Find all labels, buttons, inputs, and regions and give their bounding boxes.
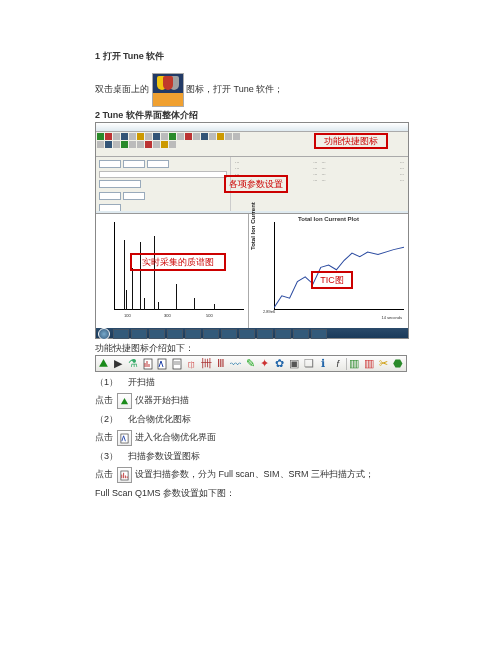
report-icon: ❏ xyxy=(302,357,316,371)
optimize-inline-icon xyxy=(117,430,132,446)
calibrate-icon: ⎅ xyxy=(185,357,199,371)
spectrum-icon: Ⅲ xyxy=(214,357,228,371)
tic-ylabel: Total Ion Current xyxy=(250,202,256,250)
play-icon xyxy=(97,357,111,371)
start-orb-icon xyxy=(98,328,110,340)
item-2-label: 化合物优化图标 xyxy=(128,414,191,424)
toolbar-strip-screenshot: ▶ ⚗ ⎅ 卌 Ⅲ 〰 ✎ ✦ ✿ ▣ ❏ ℹ f ▥ ▥ ✂ ⬣ xyxy=(95,355,407,372)
click-suffix-3: 设置扫描参数，分为 Full scan、SIM、SRM 三种扫描方式； xyxy=(135,470,374,480)
click-prefix-2: 点击 xyxy=(95,433,113,443)
click-prefix-3: 点击 xyxy=(95,470,113,480)
svg-marker-0 xyxy=(99,359,108,367)
fx-icon: f xyxy=(331,357,345,371)
click-suffix-2: 进入化合物优化界面 xyxy=(135,433,216,443)
fullscan-line: Full Scan Q1MS 参数设置如下图： xyxy=(95,487,407,500)
item-1-label: 开扫描 xyxy=(128,377,155,387)
annotation-params-box: 各项参数设置 xyxy=(224,175,288,193)
item-1-num: （1） xyxy=(95,376,125,389)
scan-setup-icon xyxy=(141,357,155,371)
gear-icon: ✿ xyxy=(273,357,287,371)
window-titlebar xyxy=(96,123,408,132)
section-1-title: 1 打开 Tune 软件 xyxy=(95,50,407,63)
flask-icon: ⚗ xyxy=(126,357,140,371)
tune-page-icon xyxy=(170,357,184,371)
optimize-icon xyxy=(156,357,170,371)
compound-icon: ▥ xyxy=(362,357,376,371)
windows-taskbar xyxy=(96,328,408,338)
tune-software-screenshot: ······ ······ ······ ······ ······ ·····… xyxy=(95,122,409,339)
toolbar-divider xyxy=(346,358,347,370)
spectrum-plot: 100 300 500 xyxy=(96,214,249,328)
annotation-spectrum-box: 实时采集的质谱图 xyxy=(130,253,226,271)
svg-marker-9 xyxy=(120,398,127,404)
play-green-icon xyxy=(117,393,132,409)
object-icon: ⬣ xyxy=(391,357,405,371)
click-prefix-1: 点击 xyxy=(95,396,113,406)
syringe-icon: ✂ xyxy=(377,357,391,371)
item-3-num: （3） xyxy=(95,450,125,463)
record-icon: ▶ xyxy=(112,357,126,371)
annotation-toolbar-box: 功能快捷图标 xyxy=(314,133,388,149)
browser-icon: ▥ xyxy=(348,357,362,371)
scan-define-inline-icon xyxy=(117,467,132,483)
item-3-label: 扫描参数设置图标 xyxy=(128,451,200,461)
camera-icon: ▣ xyxy=(287,357,301,371)
brush-icon: ✦ xyxy=(258,357,272,371)
section-2-title: 2 Tune 软件界面整体介绍 xyxy=(95,109,407,122)
annotation-tic-box: TIC图 xyxy=(311,271,353,289)
chromatogram-icon: 〰 xyxy=(229,357,243,371)
toolbar-intro: 功能快捷图标介绍如下： xyxy=(95,341,407,355)
item-2-num: （2） xyxy=(95,413,125,426)
desktop-prefix: 双击桌面上的 xyxy=(95,84,149,94)
tic-title: Total Ion Current Plot xyxy=(298,216,359,222)
click-suffix-1: 仪器开始扫描 xyxy=(135,396,189,406)
annotate-icon: ℹ xyxy=(316,357,330,371)
desktop-suffix: 图标，打开 Tune 软件； xyxy=(186,84,283,94)
pencil-icon: ✎ xyxy=(243,357,257,371)
peak-labels-icon: 卌 xyxy=(199,357,213,371)
tune-shortcut-icon xyxy=(152,73,184,107)
